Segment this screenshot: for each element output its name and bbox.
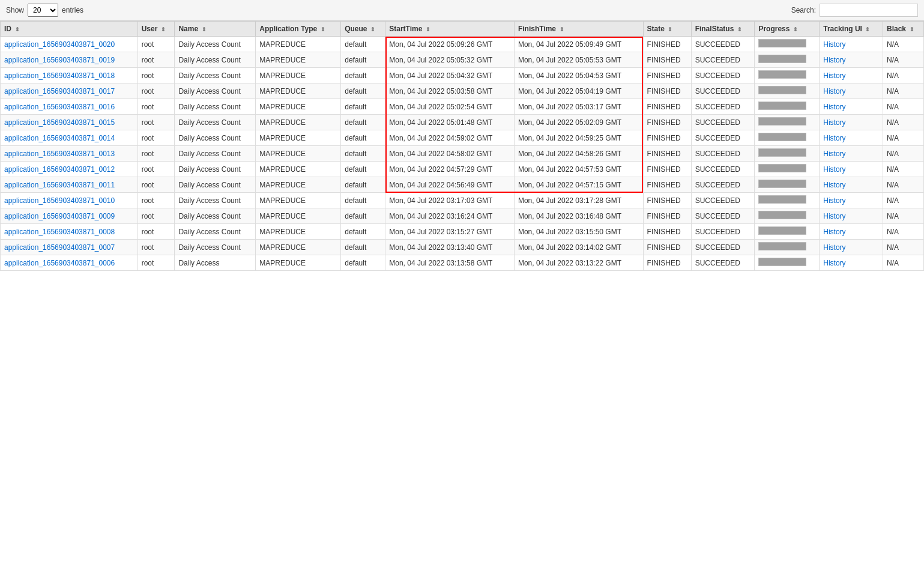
history-link[interactable]: History xyxy=(823,87,845,96)
app-id-link[interactable]: application_1656903403871_0013 xyxy=(4,150,115,158)
table-body: application_1656903403871_0020rootDaily … xyxy=(1,37,924,271)
entries-select[interactable]: 102050100 xyxy=(28,4,58,17)
cell-blacklisted: N/A xyxy=(883,193,924,208)
history-link[interactable]: History xyxy=(823,259,845,267)
search-input[interactable] xyxy=(820,4,918,17)
col-header-queue[interactable]: Queue ⇕ xyxy=(341,22,385,37)
cell-state: FINISHED xyxy=(643,99,691,115)
history-link[interactable]: History xyxy=(823,71,845,80)
app-id-link[interactable]: application_1656903403871_0010 xyxy=(4,196,115,205)
cell-user: root xyxy=(137,193,175,208)
search-area: Search: xyxy=(791,4,918,17)
cell-blacklisted: N/A xyxy=(883,83,924,99)
app-id-link[interactable]: application_1656903403871_0018 xyxy=(4,71,115,80)
cell-finish-time: Mon, 04 Jul 2022 04:58:26 GMT xyxy=(514,146,643,162)
cell-start-time: Mon, 04 Jul 2022 05:05:32 GMT xyxy=(385,52,515,68)
col-header-appType[interactable]: Application Type ⇕ xyxy=(256,22,341,37)
sort-icon-trackingUI[interactable]: ⇕ xyxy=(864,26,871,32)
sort-icon-user[interactable]: ⇕ xyxy=(159,26,166,32)
progress-bar xyxy=(758,86,806,94)
cell-finish-time: Mon, 04 Jul 2022 03:17:28 GMT xyxy=(514,193,643,208)
col-header-finishTime[interactable]: FinishTime ⇕ xyxy=(514,22,643,37)
sort-icon-state[interactable]: ⇕ xyxy=(666,26,673,32)
cell-start-time: Mon, 04 Jul 2022 05:09:26 GMT xyxy=(385,37,515,52)
col-header-blacklisted[interactable]: Black ⇕ xyxy=(883,22,924,37)
progress-bar xyxy=(758,258,806,266)
cell-queue: default xyxy=(341,177,385,193)
cell-app-type: MAPREDUCE xyxy=(256,177,341,193)
progress-bar-fill xyxy=(759,71,806,78)
top-bar: Show 102050100 entries Search: xyxy=(0,0,924,21)
cell-user: root xyxy=(137,208,175,224)
col-header-startTime[interactable]: StartTime ⇕ xyxy=(385,22,515,37)
progress-bar xyxy=(758,102,806,110)
app-id-link[interactable]: application_1656903403871_0020 xyxy=(4,40,115,49)
col-header-user[interactable]: User ⇕ xyxy=(137,22,175,37)
app-id-link[interactable]: application_1656903403871_0015 xyxy=(4,118,115,127)
cell-id: application_1656903403871_0008 xyxy=(1,224,138,240)
sort-icon-blacklisted[interactable]: ⇕ xyxy=(908,26,914,32)
app-id-link[interactable]: application_1656903403871_0008 xyxy=(4,228,115,236)
col-header-progress[interactable]: Progress ⇕ xyxy=(755,22,820,37)
cell-progress xyxy=(755,177,820,193)
cell-queue: default xyxy=(341,162,385,177)
history-link[interactable]: History xyxy=(823,196,845,205)
cell-user: root xyxy=(137,99,175,115)
history-link[interactable]: History xyxy=(823,134,845,142)
history-link[interactable]: History xyxy=(823,118,845,127)
app-id-link[interactable]: application_1656903403871_0012 xyxy=(4,165,115,174)
cell-tracking-ui: History xyxy=(820,208,883,224)
cell-user: root xyxy=(137,115,175,130)
app-id-link[interactable]: application_1656903403871_0019 xyxy=(4,56,115,64)
history-link[interactable]: History xyxy=(823,228,845,236)
cell-app-type: MAPREDUCE xyxy=(256,115,341,130)
app-id-link[interactable]: application_1656903403871_0017 xyxy=(4,87,115,96)
app-id-link[interactable]: application_1656903403871_0006 xyxy=(4,259,115,267)
app-id-link[interactable]: application_1656903403871_0014 xyxy=(4,134,115,142)
cell-finish-time: Mon, 04 Jul 2022 05:02:09 GMT xyxy=(514,115,643,130)
table-row: application_1656903403871_0017rootDaily … xyxy=(1,83,924,99)
history-link[interactable]: History xyxy=(823,181,845,189)
sort-icon-name[interactable]: ⇕ xyxy=(200,26,207,32)
history-link[interactable]: History xyxy=(823,212,845,220)
sort-icon-progress[interactable]: ⇕ xyxy=(791,26,798,32)
app-id-link[interactable]: application_1656903403871_0009 xyxy=(4,212,115,220)
col-header-id[interactable]: ID ⇕ xyxy=(1,22,138,37)
progress-bar-fill xyxy=(759,258,806,265)
app-id-link[interactable]: application_1656903403871_0011 xyxy=(4,181,115,189)
cell-blacklisted: N/A xyxy=(883,99,924,115)
table-row: application_1656903403871_0013rootDaily … xyxy=(1,146,924,162)
entries-text: entries xyxy=(62,6,83,14)
cell-app-type: MAPREDUCE xyxy=(256,224,341,240)
history-link[interactable]: History xyxy=(823,56,845,64)
cell-state: FINISHED xyxy=(643,193,691,208)
cell-state: FINISHED xyxy=(643,83,691,99)
cell-app-type: MAPREDUCE xyxy=(256,146,341,162)
app-id-link[interactable]: application_1656903403871_0007 xyxy=(4,243,115,252)
cell-user: root xyxy=(137,224,175,240)
history-link[interactable]: History xyxy=(823,103,845,111)
cell-queue: default xyxy=(341,224,385,240)
history-link[interactable]: History xyxy=(823,150,845,158)
history-link[interactable]: History xyxy=(823,40,845,49)
col-header-name[interactable]: Name ⇕ xyxy=(175,22,256,37)
sort-icon-appType[interactable]: ⇕ xyxy=(319,26,325,32)
cell-app-type: MAPREDUCE xyxy=(256,37,341,52)
sort-icon-finalStatus[interactable]: ⇕ xyxy=(735,26,742,32)
app-id-link[interactable]: application_1656903403871_0016 xyxy=(4,103,115,111)
progress-bar xyxy=(758,55,806,63)
sort-icon-finishTime[interactable]: ⇕ xyxy=(558,26,564,32)
sort-icon-id[interactable]: ⇕ xyxy=(13,26,20,32)
history-link[interactable]: History xyxy=(823,243,845,252)
cell-final-status: SUCCEEDED xyxy=(691,83,755,99)
cell-progress xyxy=(755,68,820,83)
sort-icon-startTime[interactable]: ⇕ xyxy=(424,26,430,32)
col-header-state[interactable]: State ⇕ xyxy=(643,22,691,37)
col-header-trackingUI[interactable]: Tracking UI ⇕ xyxy=(820,22,883,37)
history-link[interactable]: History xyxy=(823,165,845,174)
cell-tracking-ui: History xyxy=(820,52,883,68)
cell-final-status: SUCCEEDED xyxy=(691,115,755,130)
col-header-finalStatus[interactable]: FinalStatus ⇕ xyxy=(691,22,755,37)
sort-icon-queue[interactable]: ⇕ xyxy=(369,26,376,32)
cell-queue: default xyxy=(341,52,385,68)
